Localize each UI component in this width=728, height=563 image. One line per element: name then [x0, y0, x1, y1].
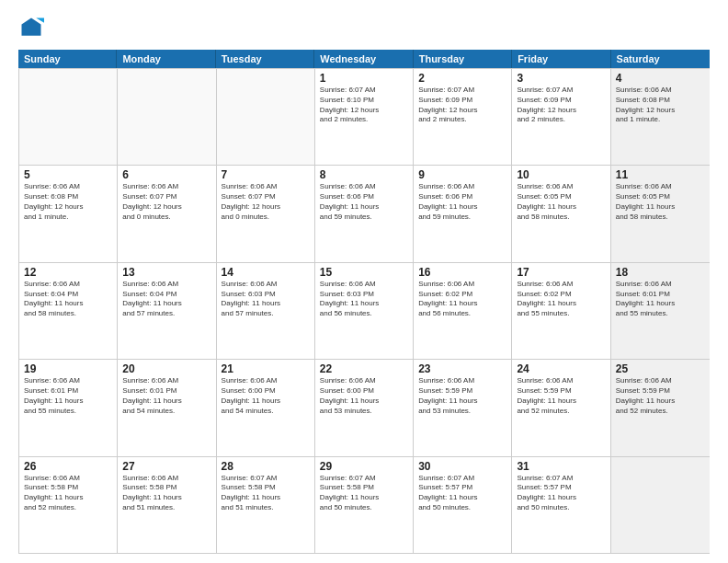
calendar-cell-1: 1Sunrise: 6:07 AM Sunset: 6:10 PM Daylig…	[315, 69, 414, 165]
calendar-cell-13: 13Sunrise: 6:06 AM Sunset: 6:04 PM Dayli…	[118, 263, 216, 359]
cell-info: Sunrise: 6:06 AM Sunset: 6:08 PM Dayligh…	[616, 86, 705, 125]
calendar: SundayMondayTuesdayWednesdayThursdayFrid…	[18, 50, 710, 554]
calendar-cell-empty-4-6	[611, 457, 710, 553]
day-number: 18	[616, 266, 705, 279]
day-number: 29	[320, 460, 408, 473]
cell-info: Sunrise: 6:07 AM Sunset: 6:09 PM Dayligh…	[418, 86, 506, 125]
calendar-cell-26: 26Sunrise: 6:06 AM Sunset: 5:58 PM Dayli…	[19, 457, 118, 553]
calendar-cell-7: 7Sunrise: 6:06 AM Sunset: 6:07 PM Daylig…	[217, 166, 315, 261]
day-number: 17	[517, 266, 605, 279]
calendar-header-row: SundayMondayTuesdayWednesdayThursdayFrid…	[18, 50, 710, 68]
cell-info: Sunrise: 6:06 AM Sunset: 6:06 PM Dayligh…	[320, 182, 408, 222]
calendar-cell-19: 19Sunrise: 6:06 AM Sunset: 6:01 PM Dayli…	[19, 360, 118, 455]
cell-info: Sunrise: 6:06 AM Sunset: 6:07 PM Dayligh…	[122, 182, 210, 222]
calendar-row-3: 12Sunrise: 6:06 AM Sunset: 6:04 PM Dayli…	[19, 262, 710, 359]
calendar-header-thursday: Thursday	[414, 50, 512, 68]
calendar-cell-empty-0-0	[19, 69, 118, 165]
day-number: 23	[418, 362, 506, 375]
day-number: 7	[222, 168, 310, 181]
day-number: 9	[418, 168, 506, 181]
calendar-cell-20: 20Sunrise: 6:06 AM Sunset: 6:01 PM Dayli…	[118, 360, 216, 455]
cell-info: Sunrise: 6:07 AM Sunset: 5:57 PM Dayligh…	[517, 474, 605, 513]
header	[18, 15, 710, 40]
calendar-row-4: 19Sunrise: 6:06 AM Sunset: 6:01 PM Dayli…	[19, 359, 710, 455]
day-number: 12	[24, 266, 112, 279]
calendar-cell-empty-0-2	[217, 69, 315, 165]
calendar-cell-27: 27Sunrise: 6:06 AM Sunset: 5:58 PM Dayli…	[118, 457, 216, 553]
calendar-cell-21: 21Sunrise: 6:06 AM Sunset: 6:00 PM Dayli…	[217, 360, 315, 455]
cell-info: Sunrise: 6:06 AM Sunset: 5:58 PM Dayligh…	[24, 474, 112, 513]
calendar-header-friday: Friday	[512, 50, 610, 68]
calendar-cell-14: 14Sunrise: 6:06 AM Sunset: 6:03 PM Dayli…	[217, 263, 315, 359]
calendar-cell-11: 11Sunrise: 6:06 AM Sunset: 6:05 PM Dayli…	[611, 166, 710, 261]
cell-info: Sunrise: 6:06 AM Sunset: 6:01 PM Dayligh…	[616, 280, 705, 319]
calendar-cell-8: 8Sunrise: 6:06 AM Sunset: 6:06 PM Daylig…	[315, 166, 414, 261]
calendar-header-saturday: Saturday	[611, 50, 710, 68]
calendar-header-tuesday: Tuesday	[216, 50, 314, 68]
calendar-cell-29: 29Sunrise: 6:07 AM Sunset: 5:58 PM Dayli…	[315, 457, 414, 553]
cell-info: Sunrise: 6:06 AM Sunset: 6:03 PM Dayligh…	[222, 280, 310, 319]
cell-info: Sunrise: 6:07 AM Sunset: 6:09 PM Dayligh…	[517, 86, 605, 125]
logo	[18, 15, 48, 40]
calendar-row-1: 1Sunrise: 6:07 AM Sunset: 6:10 PM Daylig…	[19, 68, 710, 165]
cell-info: Sunrise: 6:06 AM Sunset: 5:59 PM Dayligh…	[616, 376, 705, 416]
day-number: 5	[24, 168, 112, 181]
cell-info: Sunrise: 6:06 AM Sunset: 6:05 PM Dayligh…	[616, 182, 705, 222]
day-number: 14	[222, 266, 310, 279]
day-number: 22	[320, 362, 408, 375]
calendar-cell-18: 18Sunrise: 6:06 AM Sunset: 6:01 PM Dayli…	[611, 263, 710, 359]
calendar-cell-30: 30Sunrise: 6:07 AM Sunset: 5:57 PM Dayli…	[414, 457, 512, 553]
calendar-cell-16: 16Sunrise: 6:06 AM Sunset: 6:02 PM Dayli…	[414, 263, 512, 359]
cell-info: Sunrise: 6:06 AM Sunset: 5:58 PM Dayligh…	[122, 474, 210, 513]
calendar-header-wednesday: Wednesday	[314, 50, 413, 68]
calendar-row-5: 26Sunrise: 6:06 AM Sunset: 5:58 PM Dayli…	[19, 456, 710, 553]
cell-info: Sunrise: 6:06 AM Sunset: 6:00 PM Dayligh…	[320, 376, 408, 416]
calendar-cell-4: 4Sunrise: 6:06 AM Sunset: 6:08 PM Daylig…	[611, 69, 710, 165]
day-number: 2	[418, 72, 506, 85]
cell-info: Sunrise: 6:06 AM Sunset: 6:04 PM Dayligh…	[24, 280, 112, 319]
calendar-cell-24: 24Sunrise: 6:06 AM Sunset: 5:59 PM Dayli…	[512, 360, 610, 455]
cell-info: Sunrise: 6:06 AM Sunset: 6:02 PM Dayligh…	[418, 280, 506, 319]
calendar-cell-22: 22Sunrise: 6:06 AM Sunset: 6:00 PM Dayli…	[315, 360, 414, 455]
calendar-cell-15: 15Sunrise: 6:06 AM Sunset: 6:03 PM Dayli…	[315, 263, 414, 359]
calendar-cell-6: 6Sunrise: 6:06 AM Sunset: 6:07 PM Daylig…	[118, 166, 216, 261]
day-number: 24	[517, 362, 605, 375]
cell-info: Sunrise: 6:06 AM Sunset: 5:59 PM Dayligh…	[517, 376, 605, 416]
day-number: 26	[24, 460, 112, 473]
day-number: 30	[418, 460, 506, 473]
day-number: 25	[616, 362, 705, 375]
calendar-cell-3: 3Sunrise: 6:07 AM Sunset: 6:09 PM Daylig…	[512, 69, 610, 165]
calendar-cell-9: 9Sunrise: 6:06 AM Sunset: 6:06 PM Daylig…	[414, 166, 512, 261]
day-number: 21	[222, 362, 310, 375]
calendar-cell-12: 12Sunrise: 6:06 AM Sunset: 6:04 PM Dayli…	[19, 263, 118, 359]
day-number: 28	[222, 460, 310, 473]
cell-info: Sunrise: 6:06 AM Sunset: 6:01 PM Dayligh…	[122, 376, 210, 416]
day-number: 31	[517, 460, 605, 473]
day-number: 27	[122, 460, 210, 473]
calendar-cell-5: 5Sunrise: 6:06 AM Sunset: 6:08 PM Daylig…	[19, 166, 118, 261]
calendar-row-2: 5Sunrise: 6:06 AM Sunset: 6:08 PM Daylig…	[19, 165, 710, 261]
day-number: 10	[517, 168, 605, 181]
calendar-header-monday: Monday	[117, 50, 215, 68]
calendar-header-sunday: Sunday	[18, 50, 117, 68]
svg-marker-0	[22, 18, 41, 36]
calendar-cell-25: 25Sunrise: 6:06 AM Sunset: 5:59 PM Dayli…	[611, 360, 710, 455]
day-number: 3	[517, 72, 605, 85]
day-number: 6	[122, 168, 210, 181]
cell-info: Sunrise: 6:07 AM Sunset: 5:58 PM Dayligh…	[222, 474, 310, 513]
day-number: 20	[122, 362, 210, 375]
cell-info: Sunrise: 6:06 AM Sunset: 6:04 PM Dayligh…	[122, 280, 210, 319]
logo-icon	[18, 15, 44, 40]
cell-info: Sunrise: 6:06 AM Sunset: 6:02 PM Dayligh…	[517, 280, 605, 319]
cell-info: Sunrise: 6:07 AM Sunset: 5:57 PM Dayligh…	[418, 474, 506, 513]
cell-info: Sunrise: 6:06 AM Sunset: 6:08 PM Dayligh…	[24, 182, 112, 222]
day-number: 16	[418, 266, 506, 279]
cell-info: Sunrise: 6:07 AM Sunset: 6:10 PM Dayligh…	[320, 86, 408, 125]
page: SundayMondayTuesdayWednesdayThursdayFrid…	[0, 0, 728, 563]
calendar-cell-empty-0-1	[118, 69, 216, 165]
day-number: 1	[320, 72, 408, 85]
day-number: 13	[122, 266, 210, 279]
cell-info: Sunrise: 6:06 AM Sunset: 6:07 PM Dayligh…	[222, 182, 310, 222]
cell-info: Sunrise: 6:07 AM Sunset: 5:58 PM Dayligh…	[320, 474, 408, 513]
calendar-cell-28: 28Sunrise: 6:07 AM Sunset: 5:58 PM Dayli…	[217, 457, 315, 553]
